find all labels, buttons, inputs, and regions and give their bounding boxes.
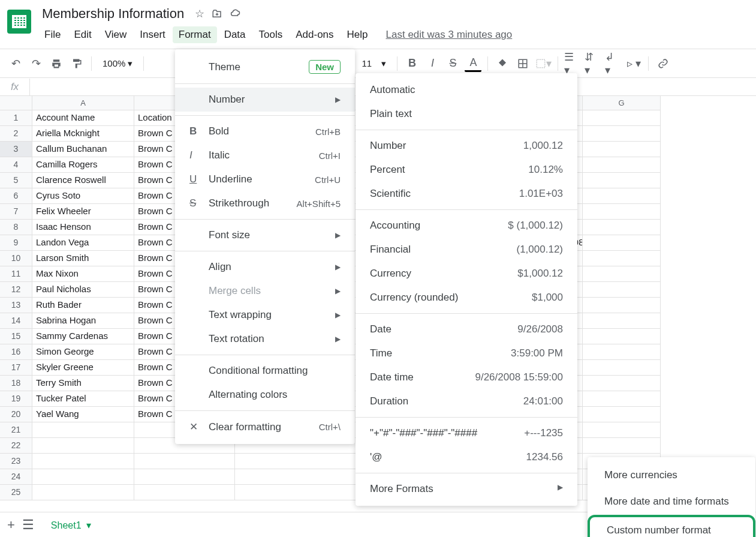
number-duration[interactable]: Duration24:01:00: [356, 389, 577, 413]
cell[interactable]: Felix Wheeler: [32, 204, 134, 220]
cell[interactable]: [32, 454, 134, 469]
format-align[interactable]: Align▶: [175, 255, 355, 279]
row-header[interactable]: 19: [0, 391, 32, 407]
number-automatic[interactable]: Automatic: [356, 78, 577, 102]
last-edit-link[interactable]: Last edit was 3 minutes ago: [386, 29, 513, 41]
row-header[interactable]: 14: [0, 313, 32, 329]
number-percent[interactable]: Percent10.12%: [356, 158, 577, 182]
cell[interactable]: Landon Vega: [32, 235, 134, 251]
row-header[interactable]: 18: [0, 376, 32, 391]
row-header[interactable]: 10: [0, 251, 32, 266]
undo-button[interactable]: ↶: [7, 55, 24, 72]
number-custom1[interactable]: "+"#"-"###"-"###"-"####+---1235: [356, 421, 577, 445]
col-header[interactable]: G: [583, 96, 661, 110]
row-header[interactable]: 4: [0, 157, 32, 173]
row-header[interactable]: 23: [0, 454, 32, 469]
cell[interactable]: [583, 126, 661, 142]
format-strike[interactable]: SStrikethroughAlt+Shift+5: [175, 191, 355, 215]
row-header[interactable]: 13: [0, 298, 32, 313]
paint-format-button[interactable]: [68, 55, 85, 72]
row-header[interactable]: 20: [0, 407, 32, 422]
cell[interactable]: Camilla Rogers: [32, 157, 134, 173]
cell[interactable]: [32, 438, 134, 454]
row-header[interactable]: 8: [0, 220, 32, 235]
cell[interactable]: [583, 251, 661, 266]
cell[interactable]: [583, 157, 661, 173]
cell[interactable]: Paul Nicholas: [32, 282, 134, 298]
cell[interactable]: [583, 422, 661, 438]
cell[interactable]: Max Nixon: [32, 266, 134, 282]
link-button[interactable]: [655, 55, 671, 72]
row-header[interactable]: 2: [0, 126, 32, 142]
menu-tools[interactable]: Tools: [253, 26, 289, 43]
cell[interactable]: Sammy Cardenas: [32, 329, 134, 344]
cell[interactable]: [583, 298, 661, 313]
cell[interactable]: Isaac Henson: [32, 220, 134, 235]
row-header[interactable]: 12: [0, 282, 32, 298]
font-size-select[interactable]: 11 ▾: [357, 56, 391, 71]
cell[interactable]: [583, 344, 661, 360]
row-header[interactable]: 22: [0, 438, 32, 454]
strike-button[interactable]: S: [444, 55, 461, 72]
menu-view[interactable]: View: [99, 26, 133, 43]
cell[interactable]: [134, 469, 235, 485]
valign-button[interactable]: ⇵ ▾: [585, 55, 601, 72]
cell[interactable]: Sabrina Hogan: [32, 313, 134, 329]
print-button[interactable]: [48, 55, 65, 72]
wrap-button[interactable]: ↲ ▾: [605, 55, 622, 72]
cell[interactable]: Ariella Mcknight: [32, 126, 134, 142]
row-header[interactable]: 5: [0, 173, 32, 188]
format-fontsize[interactable]: Font size▶: [175, 223, 355, 247]
bold-button[interactable]: B: [403, 55, 420, 72]
cell[interactable]: [32, 469, 134, 485]
italic-button[interactable]: I: [424, 55, 441, 72]
format-conditional[interactable]: Conditional formatting: [175, 359, 355, 383]
cell[interactable]: [583, 266, 661, 282]
menu-edit[interactable]: Edit: [68, 26, 97, 43]
halign-button[interactable]: ☰ ▾: [564, 55, 581, 72]
cell[interactable]: Terry Smith: [32, 376, 134, 391]
format-alternating[interactable]: Alternating colors: [175, 383, 355, 407]
cell[interactable]: [134, 485, 235, 500]
cell[interactable]: [583, 204, 661, 220]
number-time[interactable]: Time3:59:00 PM: [356, 341, 577, 365]
format-italic[interactable]: IItalicCtrl+I: [175, 143, 355, 167]
cell[interactable]: [583, 173, 661, 188]
col-header[interactable]: A: [32, 96, 134, 110]
row-header[interactable]: 7: [0, 204, 32, 220]
number-datetime[interactable]: Date time9/26/2008 15:59:00: [356, 365, 577, 389]
row-header[interactable]: 1: [0, 110, 32, 126]
menu-data[interactable]: Data: [218, 26, 252, 43]
star-icon[interactable]: ☆: [195, 7, 204, 20]
cell[interactable]: Larson Smith: [32, 251, 134, 266]
cell[interactable]: Simon George: [32, 344, 134, 360]
row-header[interactable]: 9: [0, 235, 32, 251]
cell[interactable]: [583, 376, 661, 391]
format-theme[interactable]: Theme New: [175, 54, 355, 80]
cell[interactable]: [583, 407, 661, 422]
cell[interactable]: [583, 142, 661, 157]
cell[interactable]: Ruth Bader: [32, 298, 134, 313]
cell[interactable]: [583, 188, 661, 204]
cell[interactable]: Tucker Patel: [32, 391, 134, 407]
format-underline[interactable]: UUnderlineCtrl+U: [175, 167, 355, 191]
sheets-logo[interactable]: [7, 10, 31, 34]
row-header[interactable]: 15: [0, 329, 32, 344]
move-icon[interactable]: [212, 8, 222, 19]
format-wrap[interactable]: Text wrapping▶: [175, 303, 355, 327]
number-scientific[interactable]: Scientific1.01E+03: [356, 182, 577, 206]
more-date-time[interactable]: More date and time formats: [588, 488, 755, 500]
format-merge[interactable]: Merge cells▶: [175, 279, 355, 303]
cell[interactable]: [583, 235, 661, 251]
menu-addons[interactable]: Add-ons: [290, 26, 339, 43]
cell[interactable]: Cyrus Soto: [32, 188, 134, 204]
menu-help[interactable]: Help: [341, 26, 374, 43]
menu-format[interactable]: Format: [173, 26, 217, 43]
menu-insert[interactable]: Insert: [134, 26, 171, 43]
number-custom2[interactable]: '@1234.56: [356, 445, 577, 469]
number-currency[interactable]: Currency$1,000.12: [356, 262, 577, 286]
row-header[interactable]: 17: [0, 360, 32, 376]
number-plaintext[interactable]: Plain text: [356, 102, 577, 126]
redo-button[interactable]: ↷: [28, 55, 44, 72]
number-accounting[interactable]: Accounting$ (1,000.12): [356, 214, 577, 238]
